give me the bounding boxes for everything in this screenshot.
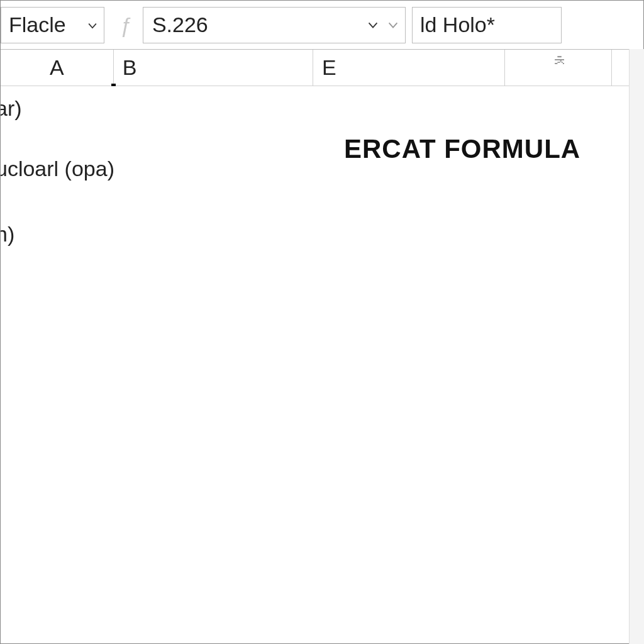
name-box[interactable]: Flacle [1,7,104,43]
vertical-scrollbar[interactable] [629,49,644,644]
cell-value[interactable]: ucloarl (opa) [0,157,114,181]
name-box-value: Flacle [9,13,66,37]
column-header-B[interactable]: B [114,50,313,86]
column-header-label: E [322,55,336,80]
title-text: ERCAT FORMULA [344,134,580,164]
title-cell[interactable]: ERCAT FORMULA [344,134,580,164]
formula-bar-value: S.226 [152,13,208,37]
column-headers: A B E ᄎ [1,50,643,86]
search-box-value: ld Holo* [420,13,495,37]
column-header-A[interactable]: A [1,50,114,86]
cell-value[interactable]: n) [0,222,14,247]
chevron-down-icon [86,13,99,37]
search-box[interactable]: ld Holo* [412,7,562,43]
insert-function-icon[interactable]: ƒ [111,13,136,37]
cell-text: ucloarl (opa) [0,157,114,180]
cell-text: n) [0,222,14,246]
column-header-E[interactable]: E [313,50,505,86]
cell-value[interactable]: ar) [0,96,22,121]
cell-text: ar) [0,96,22,120]
formula-toolbar: Flacle ƒ S.226 ld Holo* [1,1,643,50]
chevron-down-icon[interactable] [366,13,380,37]
expand-formula-bar-icon[interactable] [386,13,400,37]
cell-text: l [0,286,1,310]
column-header-collapsed[interactable]: ᄎ [505,50,612,86]
column-header-label: A [50,55,64,80]
column-header-collapsed-glyph: ᄎ [552,55,574,80]
cell-value[interactable]: l [0,286,1,311]
spreadsheet-grid[interactable]: ar) ucloarl (opa) n) l ERCAT FORMULA [1,86,643,644]
column-header-label: B [123,55,137,80]
formula-bar[interactable]: S.226 [143,7,406,43]
